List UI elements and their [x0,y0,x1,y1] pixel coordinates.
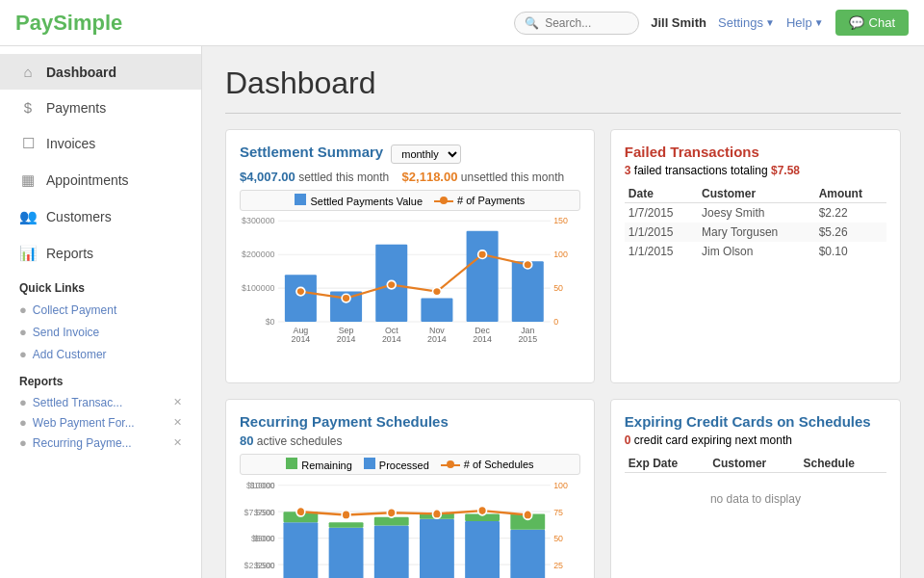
svg-text:$10000: $10000 [250,482,275,490]
table-cell: Joesy Smith [698,203,815,223]
chat-label: Chat [869,15,895,30]
sidebar-item-dashboard[interactable]: ⌂Dashboard [0,54,201,90]
svg-text:2014: 2014 [292,335,311,345]
search-icon: 🔍 [525,16,539,30]
svg-rect-64 [465,521,500,578]
failed-transactions-card: Failed Transactions 3 failed transaction… [610,129,901,383]
sidebar-item-invoices[interactable]: ☐Invoices [0,125,201,162]
svg-rect-12 [285,275,317,322]
quick-links-title: Quick Links [0,272,201,299]
svg-point-20 [387,280,396,289]
svg-text:50: 50 [553,283,563,293]
settlement-title: Settlement Summary [240,144,383,160]
help-label: Help [786,15,812,30]
svg-text:50: 50 [553,534,563,543]
settled-label: settled this month [298,171,389,184]
close-icon[interactable]: ✕ [173,396,182,408]
svg-text:$100000: $100000 [242,283,275,293]
close-icon[interactable]: ✕ [173,436,182,449]
table-cell: Jim Olson [698,242,815,261]
recurring-chart: $0$2.5500$5000$7.5500$100000$2500$5000$7… [240,481,580,578]
svg-text:0: 0 [553,317,558,327]
chevron-down-icon: ▼ [814,17,824,28]
recurring-card: Recurring Payment Schedules 80 active sc… [225,399,595,578]
sidebar-item-label: Invoices [46,136,95,151]
svg-text:$5000: $5000 [254,535,275,543]
search-input[interactable] [545,16,631,30]
close-icon[interactable]: ✕ [173,416,182,429]
svg-text:$200000: $200000 [242,250,275,260]
customers-icon: 👥 [19,208,37,225]
expiring-card: Expiring Credit Cards on Schedules 0 cre… [610,399,901,578]
report-item: ●Web Payment For...✕ [0,412,201,433]
reports-icon: 📊 [19,245,37,262]
exp-count: 0 [625,434,631,447]
logo: PaySimple [15,11,122,36]
period-select[interactable]: monthly weekly [391,144,461,164]
svg-rect-59 [329,522,364,527]
reports-title: Reports [0,365,201,392]
svg-text:2015: 2015 [518,335,537,345]
svg-text:25: 25 [553,560,563,569]
svg-text:2014: 2014 [427,335,447,345]
quick-link-add-customer[interactable]: ●Add Customer [0,343,201,365]
report-item: ●Settled Transac...✕ [0,392,201,412]
svg-text:Dec: Dec [475,326,490,335]
expiring-title: Expiring Credit Cards on Schedules [625,413,886,430]
search-box[interactable]: 🔍 [514,12,639,35]
appointments-icon: ▦ [19,171,37,189]
user-name: Jill Smith [651,15,706,30]
svg-text:$300000: $300000 [242,217,275,225]
quick-link-send-invoice[interactable]: ●Send Invoice [0,321,201,343]
table-header: Exp Date [625,455,708,473]
table-header: Customer [708,455,799,473]
chat-button[interactable]: 💬 Chat [835,10,909,36]
svg-text:2014: 2014 [473,335,492,345]
svg-text:2014: 2014 [382,335,401,345]
dashboard-icon: ⌂ [19,64,37,80]
payments-icon: $ [19,99,37,116]
circle-icon: ● [19,325,27,339]
table-row: 1/7/2015Joesy Smith$2.22 [625,203,886,223]
no-data-label: no data to display [625,473,886,525]
svg-text:Sep: Sep [339,326,354,335]
failed-total: $7.58 [771,164,800,177]
table-cell: 1/7/2015 [625,203,698,223]
help-button[interactable]: Help ▼ [786,15,824,30]
logo-pay: Pay [15,11,53,35]
settled-amount: $4,007.00 [240,170,295,184]
svg-rect-16 [467,231,499,322]
settlement-legend: Settled Payments Value # of Payments [240,190,580,211]
circle-icon: ● [19,347,27,361]
svg-point-69 [342,511,350,520]
active-count: 80 [240,434,253,448]
sidebar: ⌂Dashboard$Payments☐Invoices▦Appointment… [0,46,202,578]
failed-table: DateCustomerAmount 1/7/2015Joesy Smith$2… [625,185,886,261]
svg-text:$7500: $7500 [254,509,275,517]
sidebar-item-payments[interactable]: $Payments [0,90,201,125]
circle-icon: ● [19,302,27,317]
sidebar-item-reports[interactable]: 📊Reports [0,235,201,272]
chevron-down-icon: ▼ [765,17,775,28]
svg-rect-58 [329,528,364,578]
recurring-title: Recurring Payment Schedules [240,413,580,430]
table-cell: $2.22 [815,203,886,223]
svg-rect-61 [374,517,409,526]
logo-simple: Simple [53,11,122,35]
sidebar-item-appointments[interactable]: ▦Appointments [0,162,201,198]
svg-text:Oct: Oct [385,326,398,335]
svg-rect-56 [283,522,318,578]
svg-point-23 [524,260,532,269]
invoices-icon: ☐ [19,135,37,152]
sidebar-item-label: Customers [46,209,112,224]
page-title: Dashboard [225,66,901,114]
sidebar-item-customers[interactable]: 👥Customers [0,198,201,235]
settings-button[interactable]: Settings ▼ [718,15,775,30]
svg-rect-62 [420,519,454,578]
table-row: 1/1/2015Mary Torgusen$5.26 [625,223,886,242]
quick-link-collect-payment[interactable]: ●Collect Payment [0,299,201,321]
circle-icon: ● [19,435,27,450]
svg-point-70 [387,509,396,518]
svg-text:Aug: Aug [294,326,309,335]
table-header: Amount [815,185,886,203]
